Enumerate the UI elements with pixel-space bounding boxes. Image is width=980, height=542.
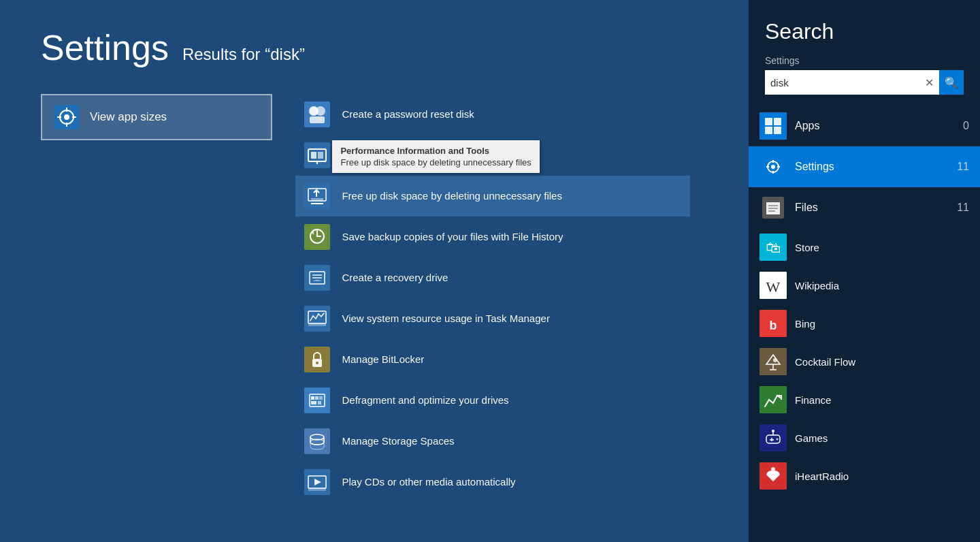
sidebar-categories: Apps 0 Settings 11 <box>749 106 980 542</box>
defrag-label: Defragment and optimize your drives <box>342 394 508 407</box>
sidebar-title: Search <box>749 0 980 55</box>
settings-category-icon <box>760 153 787 180</box>
svg-rect-26 <box>312 274 322 276</box>
format-partitions-icon <box>304 142 331 169</box>
bitlocker-icon <box>304 346 331 373</box>
files-category-icon <box>760 194 787 221</box>
svg-rect-40 <box>318 401 321 404</box>
password-reset-label: Create a password reset disk <box>342 108 474 121</box>
svg-rect-63 <box>768 208 778 209</box>
wikipedia-label: Wikipedia <box>795 280 839 291</box>
svg-rect-14 <box>318 152 323 159</box>
recovery-drive-icon <box>304 264 331 291</box>
result-password-reset[interactable]: Create a password reset disk <box>295 94 690 135</box>
result-recovery-drive[interactable]: Create a recovery drive <box>295 257 690 298</box>
settings-category-label: Settings <box>795 161 957 173</box>
play-cds-icon <box>304 468 331 496</box>
svg-rect-50 <box>774 118 781 125</box>
svg-rect-49 <box>765 118 772 125</box>
sidebar-app-store[interactable]: 🛍 Store <box>749 228 980 266</box>
sidebar-app-iheart[interactable]: iHeartRadio <box>749 457 980 495</box>
svg-rect-38 <box>319 396 323 400</box>
apps-category-count: 0 <box>963 120 969 132</box>
store-icon: 🛍 <box>760 234 787 261</box>
iheart-icon <box>760 462 787 490</box>
result-play-cds[interactable]: Play CDs or other media automatically <box>295 462 690 503</box>
sidebar-app-cocktail[interactable]: Cocktail Flow <box>749 342 980 381</box>
svg-point-2 <box>64 114 69 120</box>
file-history-icon <box>304 223 331 251</box>
svg-text:W: W <box>766 278 781 296</box>
header-row: Settings Results for “disk” <box>41 27 708 74</box>
result-storage-spaces[interactable]: Manage Storage Spaces <box>295 421 690 462</box>
svg-rect-77 <box>760 424 787 451</box>
result-defrag[interactable]: Defragment and optimize your drives <box>295 380 690 421</box>
svg-rect-71 <box>760 348 787 375</box>
result-bitlocker[interactable]: Manage BitLocker <box>295 339 690 380</box>
file-history-label: Save backup copies of your files with Fi… <box>342 230 563 244</box>
sidebar-app-wikipedia[interactable]: W Wikipedia <box>749 266 980 304</box>
result-task-manager[interactable]: View system resource usage in Task Manag… <box>295 298 690 339</box>
view-app-sizes-item[interactable]: View app sizes <box>41 94 272 140</box>
bing-icon: b <box>760 310 787 337</box>
svg-rect-41 <box>304 428 330 454</box>
finance-label: Finance <box>795 394 831 406</box>
result-file-history[interactable]: Save backup copies of your files with Fi… <box>295 217 690 257</box>
sidebar-category-settings[interactable]: Settings 11 <box>749 146 980 187</box>
sidebar-app-bing[interactable]: b Bing <box>749 304 980 342</box>
password-reset-icon <box>304 101 331 128</box>
search-section: Settings ✕ 🔍 <box>749 55 980 106</box>
free-disk-space-icon <box>304 182 331 210</box>
svg-rect-62 <box>768 205 778 206</box>
bitlocker-label: Manage BitLocker <box>342 353 424 366</box>
svg-text:b: b <box>770 319 777 332</box>
svg-point-85 <box>771 467 775 471</box>
search-box: ✕ 🔍 <box>765 70 964 95</box>
page-title: Settings <box>41 27 169 68</box>
results-subtitle: Results for “disk” <box>182 45 305 64</box>
tooltip-title: Performance Information and Tools <box>340 146 531 156</box>
svg-rect-37 <box>315 396 318 400</box>
results-panel: Create a password reset disk Create and … <box>295 94 690 503</box>
view-app-sizes-icon <box>53 103 80 131</box>
defrag-icon <box>304 387 331 414</box>
svg-rect-7 <box>304 101 330 127</box>
svg-rect-19 <box>311 198 323 201</box>
svg-rect-27 <box>312 277 322 278</box>
finance-icon <box>760 386 787 413</box>
svg-point-80 <box>772 430 774 432</box>
apps-category-icon <box>760 112 787 140</box>
files-category-count: 11 <box>957 202 969 214</box>
svg-rect-52 <box>774 127 781 134</box>
search-input[interactable] <box>765 70 919 95</box>
storage-spaces-icon <box>304 428 331 455</box>
tooltip-subtitle: Free up disk space by deleting unnecessa… <box>340 157 531 168</box>
svg-rect-36 <box>311 396 314 400</box>
svg-rect-13 <box>311 152 316 159</box>
play-cds-label: Play CDs or other media automatically <box>342 475 515 489</box>
search-submit-button[interactable]: 🔍 <box>939 70 964 95</box>
sidebar-category-apps[interactable]: Apps 0 <box>749 106 980 146</box>
svg-point-83 <box>777 439 779 441</box>
svg-rect-76 <box>760 386 787 413</box>
games-label: Games <box>795 432 828 444</box>
games-icon <box>760 424 787 451</box>
left-panel: View app sizes <box>41 94 279 140</box>
sidebar-category-files[interactable]: Files 11 <box>749 187 980 228</box>
cocktail-label: Cocktail Flow <box>795 356 855 368</box>
svg-rect-51 <box>765 127 772 134</box>
main-content: Settings Results for “disk” View app siz… <box>0 0 749 542</box>
view-app-sizes-label: View app sizes <box>90 110 167 124</box>
svg-rect-30 <box>308 323 326 326</box>
svg-rect-39 <box>311 401 316 404</box>
svg-point-55 <box>771 165 775 169</box>
sidebar-app-finance[interactable]: Finance <box>749 381 980 419</box>
svg-rect-64 <box>768 210 775 212</box>
search-clear-button[interactable]: ✕ <box>919 70 939 95</box>
result-free-disk-space[interactable]: Performance Information and Tools Free u… <box>295 176 690 217</box>
wikipedia-icon: W <box>760 272 787 299</box>
svg-point-9 <box>316 106 325 116</box>
svg-rect-82 <box>770 439 774 441</box>
sidebar-app-games[interactable]: Games <box>749 419 980 457</box>
svg-point-75 <box>773 358 777 362</box>
